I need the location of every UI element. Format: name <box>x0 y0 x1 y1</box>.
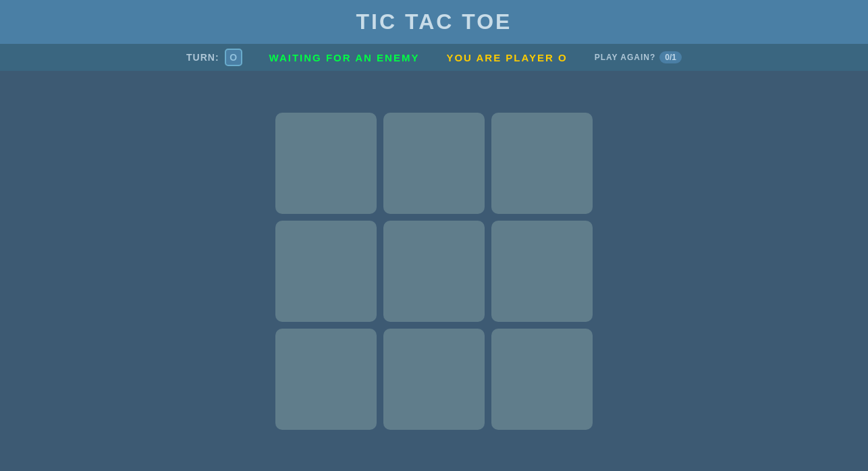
play-again-score: 0/1 <box>659 51 682 63</box>
header: TIC TAC TOE <box>0 0 868 44</box>
turn-label: TURN: <box>186 52 219 63</box>
game-title: TIC TAC TOE <box>356 9 512 34</box>
cell-1[interactable] <box>383 113 485 214</box>
turn-section: TURN: O <box>186 49 242 66</box>
play-again-label: PLAY AGAIN? <box>595 53 656 62</box>
play-again-section[interactable]: PLAY AGAIN? 0/1 <box>595 51 682 63</box>
status-bar: TURN: O WAITING FOR AN ENEMY YOU ARE PLA… <box>0 44 868 71</box>
cell-3[interactable] <box>275 221 377 322</box>
cell-2[interactable] <box>491 113 593 214</box>
player-indicator: YOU ARE PLAYER O <box>446 52 567 63</box>
game-area <box>0 71 868 471</box>
cell-0[interactable] <box>275 113 377 214</box>
cell-7[interactable] <box>383 329 485 430</box>
cell-5[interactable] <box>491 221 593 322</box>
cell-6[interactable] <box>275 329 377 430</box>
game-grid <box>275 113 593 430</box>
turn-badge: O <box>225 49 242 66</box>
cell-8[interactable] <box>491 329 593 430</box>
waiting-status: WAITING FOR AN ENEMY <box>269 52 420 63</box>
cell-4[interactable] <box>383 221 485 322</box>
